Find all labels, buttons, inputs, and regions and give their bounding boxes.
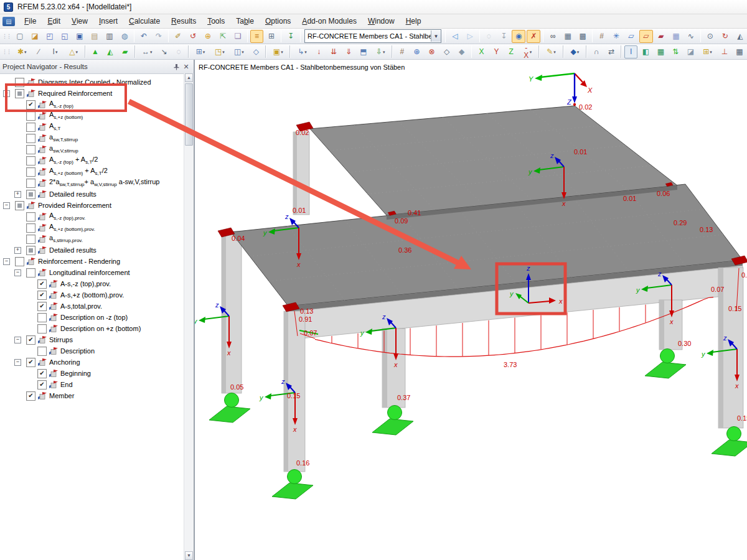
checkbox-un[interactable] [26,268,35,278]
print-icon[interactable]: ▥ [103,30,116,43]
menu-help[interactable]: Help [400,15,427,27]
tree-item[interactable]: 2*asw,T,stirrup+ aw,V,stirrup a-sw,V,sti… [0,177,184,189]
render-mesh-icon[interactable]: # [395,45,408,58]
checkbox-pa[interactable] [15,89,24,98]
checkbox-ch[interactable] [37,369,47,378]
tree-item[interactable]: Description on -z (top) [0,312,184,323]
view-z-icon[interactable]: Z [504,45,517,58]
checkbox-un[interactable] [15,257,24,266]
new-block-icon[interactable]: ▣▾ [269,45,287,58]
tree-item[interactable]: Description on +z (bottom) [0,323,184,334]
work-plane-yz-icon[interactable]: ▱ [639,30,653,43]
save-icon[interactable]: ▣ [73,30,87,43]
open-model-archive-icon[interactable]: ◰ [43,30,57,43]
dimension-icon[interactable]: ↔▾ [138,45,156,58]
chevron-down-icon[interactable]: ▼ [431,30,441,42]
checkbox-un[interactable] [26,167,35,177]
extrude-icon[interactable]: ◇ [249,45,263,58]
show-results-icon[interactable]: ◌ [482,30,496,43]
nodal-load-icon[interactable]: ↓ [312,45,326,58]
tree-item[interactable]: Member [0,390,184,401]
scroll-up-icon[interactable]: ▲ [185,73,193,82]
checkbox-un[interactable] [26,134,35,143]
new-file-icon[interactable]: ▢ [13,30,27,43]
checkbox-un[interactable] [26,212,35,222]
display-results-icon[interactable]: ◉ [512,30,525,43]
section-plane-icon[interactable]: ◪ [684,45,697,58]
select-pen-icon[interactable]: ✐ [171,30,185,43]
surface-load-icon[interactable]: ⇓ [342,45,355,58]
tree-item[interactable]: asw,V,stirrup [0,144,184,155]
result-values-icon[interactable]: ↧ [497,30,510,43]
tree-item[interactable]: as,stirrup,prov. [0,233,184,245]
new-member-icon[interactable]: I▾ [47,45,63,58]
tree-item[interactable]: End [0,379,184,390]
snap-objects-icon[interactable]: ⊙ [703,30,717,43]
expand-icon[interactable]: + [14,191,21,198]
module-dropdown[interactable]: RF-CONCRETE Members CA1 - Stahlbe▼ [304,29,441,43]
mirror-copy-icon[interactable]: ◫▾ [230,45,248,58]
menu-file[interactable]: File [19,15,42,27]
tables-icon[interactable]: ⊞ [265,30,278,43]
edit-box-icon[interactable]: ◳▾ [210,45,228,58]
tree-item[interactable]: As,+z (bottom),prov. [0,222,184,233]
generate-icon[interactable]: ↧ [284,30,298,43]
tree-item[interactable]: As,+z (bottom) [0,110,184,121]
solid-display-icon[interactable]: ◆▾ [566,45,584,58]
close-icon[interactable]: ✕ [181,62,191,72]
checkbox-un[interactable] [26,235,35,244]
tree-item[interactable]: Description [0,345,184,357]
copy-icon[interactable]: ⊞▾ [192,45,210,58]
menu-options[interactable]: Options [260,15,296,27]
tree-item[interactable]: A-s,total,prov. [0,301,184,312]
redo-icon[interactable]: ↷ [152,30,166,43]
checkbox-un[interactable] [26,179,35,188]
checkbox-ch[interactable] [37,380,47,390]
new-polyline-icon[interactable]: △▾ [65,45,82,58]
checkbox-un[interactable] [26,123,35,132]
open-folder-icon[interactable]: ◪ [28,30,42,43]
save-model-archive-icon[interactable]: ◱ [58,30,72,43]
view-minus-x-icon[interactable]: -X▾ [519,45,536,58]
panel-icon[interactable]: ⊞▾ [698,45,716,58]
expand-icon[interactable]: + [14,247,21,254]
view-x-icon[interactable]: X [474,45,488,58]
collapse-icon[interactable]: − [3,258,10,265]
connect-members-icon[interactable]: ↳▾ [293,45,311,58]
printout-report-icon[interactable]: ▩ [576,30,590,43]
tree-item[interactable]: − Reinforcement - Rendering [0,256,184,267]
new-line-icon[interactable]: ∕ [32,45,45,58]
tree-item[interactable]: As,T [0,121,184,133]
zoom-in-icon[interactable]: ⊕ [410,45,424,58]
scroll-down-icon[interactable]: ▼ [185,551,193,560]
section-box-icon[interactable]: ◌ [172,45,186,58]
isosurfaces-icon[interactable]: ▦ [654,45,667,58]
checkbox-ch[interactable] [37,302,47,311]
checkbox-ch[interactable] [26,100,35,110]
show-results-toggle-icon[interactable]: I [624,45,637,58]
pin-icon[interactable] [171,62,181,72]
tree-item[interactable]: Diagrams Inter Coupled - Normalized [0,77,184,88]
view-y-icon[interactable]: Y [489,45,503,58]
solid-load-icon[interactable]: ⬒ [357,45,370,58]
isometric-wire-icon[interactable]: ◇ [440,45,454,58]
checkbox-un[interactable] [26,223,35,233]
menu-add-on-modules[interactable]: Add-on Modules [296,15,362,27]
rotate-view-icon[interactable]: ↻ [718,30,732,43]
new-node-icon[interactable]: ✱▾ [13,45,31,58]
checkbox-un[interactable] [26,145,35,154]
tree-item[interactable]: − Longitudinal reinforcement [0,267,184,278]
tree-item[interactable]: − Provided Reinforcement [0,200,184,211]
select-add-icon[interactable]: ⇱ [216,30,230,43]
node-snap-icon[interactable]: ✳ [609,30,623,43]
menu-results[interactable]: Results [166,15,202,27]
tree-item[interactable]: As,+z (bottom) + As,T/2 [0,166,184,177]
menu-tools[interactable]: Tools [202,15,230,27]
isometric-solid-icon[interactable]: ◆ [455,45,469,58]
nodal-support-icon[interactable]: ▲ [88,45,102,58]
model-viewport[interactable]: RF-CONCRETE Members CA1 - Stahlbetonbeme… [194,60,747,560]
tree-item[interactable]: asw,T,stirrup [0,133,184,144]
clipboard-icon[interactable]: ▤ [88,30,101,43]
checkbox-un[interactable] [15,78,24,87]
result-beam-icon[interactable]: ⊥ [718,45,731,58]
